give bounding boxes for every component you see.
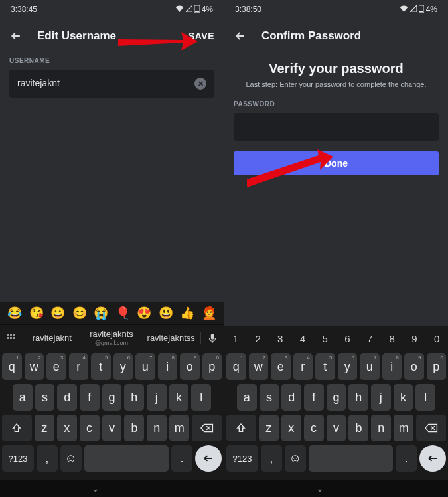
suggestion-3[interactable]: ravitejakntss	[141, 332, 201, 345]
enter-key[interactable]	[419, 445, 446, 472]
key-s[interactable]: s	[35, 384, 55, 411]
emoji-key[interactable]: 😘	[29, 306, 44, 320]
key-a[interactable]: a	[13, 384, 33, 411]
key-j[interactable]: j	[147, 384, 167, 411]
key-s[interactable]: s	[260, 384, 279, 411]
symbols-key[interactable]: ?123	[226, 445, 258, 472]
key-g[interactable]: g	[102, 384, 122, 411]
num-sug[interactable]: 0	[425, 333, 448, 344]
key-b[interactable]: b	[124, 415, 144, 441]
num-sug[interactable]: 5	[314, 333, 336, 344]
save-button[interactable]: SAVE	[188, 31, 214, 41]
key-x[interactable]: x	[57, 415, 77, 441]
key-i[interactable]: i8	[158, 353, 178, 380]
emoji-key[interactable]: 😀	[50, 306, 65, 320]
password-input-wrap[interactable]	[234, 113, 439, 141]
suggestion-2[interactable]: ravitejaknts@gmail.com	[82, 328, 142, 348]
key-q[interactable]: q1	[226, 353, 246, 380]
key-w[interactable]: w2	[25, 353, 44, 380]
emoji-key[interactable]: ☺	[285, 445, 306, 472]
username-input[interactable]: ravitejaknt	[17, 78, 194, 89]
num-sug[interactable]: 8	[381, 333, 404, 344]
key-x[interactable]: x	[281, 415, 301, 441]
key-t[interactable]: t5	[91, 353, 111, 380]
key-j[interactable]: j	[371, 384, 391, 411]
key-p[interactable]: p0	[202, 353, 222, 380]
emoji-key[interactable]: 😂	[7, 306, 22, 320]
key-z[interactable]: z	[259, 415, 279, 441]
symbols-key[interactable]: ?123	[2, 445, 34, 472]
emoji-key[interactable]: 😍	[137, 306, 151, 320]
key-d[interactable]: d	[281, 384, 301, 411]
key-u[interactable]: u7	[135, 353, 155, 380]
num-sug[interactable]: 4	[291, 333, 314, 344]
key-n[interactable]: n	[371, 415, 391, 441]
key-u[interactable]: u7	[360, 353, 380, 380]
num-sug[interactable]: 7	[358, 333, 381, 344]
num-sug[interactable]: 6	[336, 333, 359, 344]
emoji-key[interactable]: 👍	[180, 306, 194, 320]
key-p[interactable]: p0	[427, 353, 447, 380]
space-key[interactable]	[84, 445, 169, 472]
username-input-wrap[interactable]: ravitejaknt ✕	[9, 70, 214, 98]
chevron-down-icon[interactable]: ⌄	[316, 483, 324, 494]
key-h[interactable]: h	[124, 384, 144, 411]
key-f[interactable]: f	[80, 384, 100, 411]
suggestion-1[interactable]: ravitejaknt	[23, 332, 82, 345]
clear-icon[interactable]: ✕	[194, 78, 206, 90]
key-n[interactable]: n	[147, 415, 167, 441]
backspace-key[interactable]	[192, 415, 222, 441]
num-sug[interactable]: 2	[247, 333, 269, 344]
enter-key[interactable]	[195, 445, 222, 472]
key-z[interactable]: z	[35, 415, 54, 441]
done-button[interactable]: Done	[234, 151, 439, 175]
key-w[interactable]: w2	[249, 353, 269, 380]
key-c[interactable]: c	[80, 415, 100, 441]
space-key[interactable]	[309, 445, 394, 472]
key-m[interactable]: m	[169, 415, 189, 441]
key-q[interactable]: q1	[2, 353, 22, 380]
backspace-key[interactable]	[416, 415, 446, 441]
period-key[interactable]: .	[171, 445, 192, 472]
num-sug[interactable]: 3	[269, 333, 291, 344]
emoji-key[interactable]: 🧑‍🦰	[202, 306, 216, 320]
key-g[interactable]: g	[327, 384, 346, 411]
mic-icon[interactable]	[201, 333, 224, 344]
comma-key[interactable]: ,	[37, 445, 58, 472]
key-y[interactable]: y6	[338, 353, 358, 380]
emoji-key[interactable]: ☺	[60, 445, 82, 472]
key-i[interactable]: i8	[382, 353, 402, 380]
key-o[interactable]: o9	[180, 353, 200, 380]
key-e[interactable]: e3	[46, 353, 66, 380]
num-sug[interactable]: 9	[404, 333, 426, 344]
comma-key[interactable]: ,	[261, 445, 282, 472]
key-o[interactable]: o9	[404, 353, 424, 380]
key-r[interactable]: r4	[293, 353, 313, 380]
back-icon[interactable]	[234, 29, 247, 43]
back-icon[interactable]	[9, 29, 23, 43]
key-v[interactable]: v	[327, 415, 346, 441]
emoji-key[interactable]: 😊	[72, 306, 87, 320]
key-d[interactable]: d	[57, 384, 77, 411]
num-sug[interactable]: 1	[224, 333, 247, 344]
shift-key[interactable]	[226, 415, 256, 441]
shift-key[interactable]	[2, 415, 32, 441]
key-y[interactable]: y6	[113, 353, 133, 380]
key-k[interactable]: k	[394, 384, 413, 411]
key-c[interactable]: c	[304, 415, 324, 441]
emoji-key[interactable]: 🎈	[115, 306, 130, 320]
key-r[interactable]: r4	[69, 353, 89, 380]
key-e[interactable]: e3	[271, 353, 291, 380]
key-k[interactable]: k	[169, 384, 189, 411]
chevron-down-icon[interactable]: ⌄	[92, 483, 100, 494]
key-l[interactable]: l	[415, 384, 435, 411]
emoji-key[interactable]: 😃	[159, 306, 173, 320]
period-key[interactable]: .	[396, 445, 417, 472]
key-m[interactable]: m	[394, 415, 413, 441]
key-h[interactable]: h	[348, 384, 368, 411]
key-l[interactable]: l	[191, 384, 211, 411]
key-a[interactable]: a	[237, 384, 257, 411]
key-t[interactable]: t5	[315, 353, 335, 380]
key-v[interactable]: v	[102, 415, 122, 441]
key-b[interactable]: b	[348, 415, 368, 441]
